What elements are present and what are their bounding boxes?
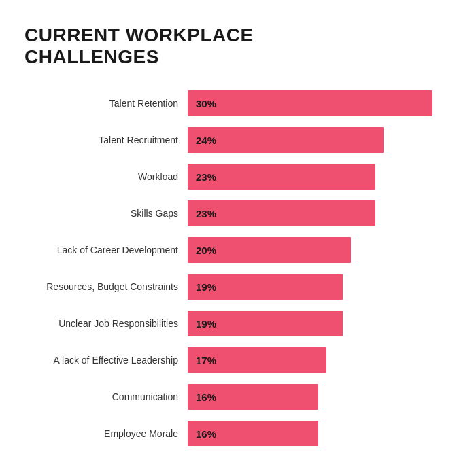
bar-fill: 19% [188,274,343,300]
bar-label: Resources, Budget Constraints [24,281,188,293]
bar-row: Resources, Budget Constraints19% [24,270,449,303]
bar-wrapper: 19% [188,311,449,336]
bar-label: Skills Gaps [24,207,188,219]
bar-label: Communication [24,391,188,403]
chart-title: CURRENT WORKPLACE CHALLENGES [24,24,449,68]
bar-wrapper: 20% [188,237,449,263]
bar-value-label: 23% [196,171,216,183]
bar-fill: 16% [188,384,318,410]
bars-area: Talent Retention30%Talent Recruitment24%… [24,87,449,451]
bar-value-label: 19% [196,281,216,293]
bar-fill: 23% [188,164,375,190]
bar-value-label: 20% [196,245,216,256]
bar-value-label: 24% [196,135,216,146]
bar-wrapper: 16% [188,384,449,410]
bar-row: Unclear Job Responsibilities19% [24,307,449,340]
bar-row: Talent Retention30% [24,87,449,120]
bar-fill: 30% [188,90,432,116]
bar-fill: 17% [188,347,326,373]
bar-wrapper: 23% [188,200,449,226]
bar-wrapper: 30% [188,90,449,116]
bar-wrapper: 19% [188,274,449,300]
bar-label: Employee Morale [24,427,188,440]
bar-label: Talent Retention [24,97,188,109]
bar-fill: 19% [188,311,343,336]
bar-row: Skills Gaps23% [24,197,449,230]
bar-row: Talent Recruitment24% [24,124,449,156]
bar-wrapper: 23% [188,164,449,190]
bar-label: Unclear Job Responsibilities [24,317,188,330]
bar-row: Workload23% [24,160,449,193]
bar-value-label: 30% [196,98,216,109]
bar-label: A lack of Effective Leadership [24,354,188,366]
bar-row: Employee Morale16% [24,417,449,450]
bar-row: A lack of Effective Leadership17% [24,344,449,376]
bar-value-label: 16% [196,391,216,403]
bar-wrapper: 24% [188,127,449,153]
bar-label: Lack of Career Development [24,244,188,256]
bar-fill: 16% [188,421,318,446]
bar-value-label: 19% [196,318,216,330]
bar-label: Workload [24,171,188,183]
bar-wrapper: 17% [188,347,449,373]
bar-value-label: 23% [196,208,216,219]
bar-fill: 23% [188,200,375,226]
bar-row: Communication16% [24,381,449,413]
bar-wrapper: 16% [188,421,449,446]
bar-label: Talent Recruitment [24,134,188,146]
bar-fill: 20% [188,237,351,263]
bar-fill: 24% [188,127,384,153]
bar-value-label: 16% [196,428,216,440]
bar-value-label: 17% [196,355,216,366]
bar-row: Lack of Career Development20% [24,234,449,266]
chart-container: CURRENT WORKPLACE CHALLENGES Talent Rete… [0,0,476,475]
